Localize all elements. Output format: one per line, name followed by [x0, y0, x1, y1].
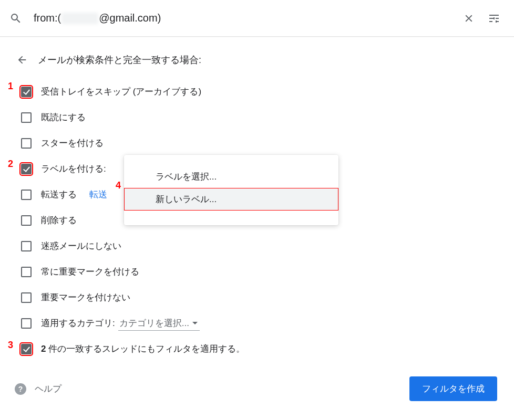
checkbox-also-apply[interactable] — [21, 344, 32, 354]
label-apply-label: ラベルを付ける: — [41, 163, 106, 175]
also-apply-text: 件の一致するスレッドにもフィルタを適用する。 — [46, 344, 245, 354]
option-category: 適用するカテゴリ: カテゴリを選択... — [21, 310, 499, 336]
label-not-spam: 迷惑メールにしない — [41, 240, 121, 252]
redacted-email-user — [61, 13, 98, 24]
checkbox-category[interactable] — [21, 318, 32, 329]
option-not-spam: 迷惑メールにしない — [21, 233, 499, 259]
arrow-left-icon — [16, 54, 28, 66]
category-select-text: カテゴリを選択... — [119, 317, 189, 329]
search-bar: from:( @gmail.com) — [0, 0, 514, 37]
checkbox-star[interactable] — [21, 138, 32, 149]
checkbox-not-spam[interactable] — [21, 241, 32, 251]
search-options-button[interactable] — [484, 8, 505, 29]
help-icon[interactable]: ? — [15, 383, 26, 395]
checkbox-mark-read[interactable] — [21, 112, 32, 123]
search-query[interactable]: from:( @gmail.com) — [34, 12, 454, 24]
label-star: スターを付ける — [41, 137, 104, 149]
caret-down-icon — [192, 322, 198, 324]
label-mark-read: 既読にする — [41, 111, 86, 123]
dropdown-new-label[interactable]: 新しいラベル... — [124, 188, 338, 211]
label-always-important: 常に重要マークを付ける — [41, 266, 139, 278]
option-always-important: 常に重要マークを付ける — [21, 259, 499, 285]
panel-title: メールが検索条件と完全一致する場合: — [38, 54, 201, 66]
checkbox-delete[interactable] — [21, 215, 32, 226]
checkbox-always-important[interactable] — [21, 267, 32, 277]
option-mark-read: 既読にする — [21, 104, 499, 130]
search-icon — [9, 12, 22, 25]
checkbox-skip-inbox[interactable] — [21, 87, 32, 97]
create-filter-button[interactable]: フィルタを作成 — [409, 376, 497, 401]
back-button[interactable] — [13, 50, 32, 69]
checkbox-apply-label[interactable] — [21, 164, 32, 174]
search-suffix: @gmail.com) — [99, 12, 161, 24]
help-link[interactable]: ヘルプ — [35, 383, 409, 395]
clear-search-button[interactable] — [458, 8, 479, 29]
checkbox-forward[interactable] — [21, 190, 32, 200]
option-star: スターを付ける — [21, 130, 499, 156]
checkbox-never-important[interactable] — [21, 292, 32, 303]
label-forward: 転送する — [41, 188, 77, 201]
tune-icon — [488, 12, 500, 25]
close-icon — [463, 13, 475, 24]
label-category: 適用するカテゴリ: — [41, 317, 115, 329]
search-prefix: from:( — [34, 12, 61, 24]
label-delete: 削除する — [41, 214, 77, 226]
dropdown-choose-label[interactable]: ラベルを選択... — [124, 165, 338, 188]
label-also-apply: 2 件の一致するスレッドにもフィルタを適用する。 — [41, 343, 245, 355]
option-skip-inbox: 受信トレイをスキップ (アーカイブする) — [21, 79, 499, 104]
option-also-apply: 2 件の一致するスレッドにもフィルタを適用する。 — [21, 336, 499, 362]
option-never-important: 重要マークを付けない — [21, 285, 499, 310]
panel-header: メールが検索条件と完全一致する場合: — [13, 50, 499, 69]
forward-address-link[interactable]: 転送 — [89, 188, 107, 201]
label-never-important: 重要マークを付けない — [41, 291, 130, 303]
label-skip-inbox: 受信トレイをスキップ (アーカイブする) — [41, 86, 201, 98]
label-dropdown: ラベルを選択... 新しいラベル... — [124, 155, 338, 225]
category-select[interactable]: カテゴリを選択... — [118, 316, 200, 331]
panel-footer: ? ヘルプ フィルタを作成 — [15, 376, 499, 412]
